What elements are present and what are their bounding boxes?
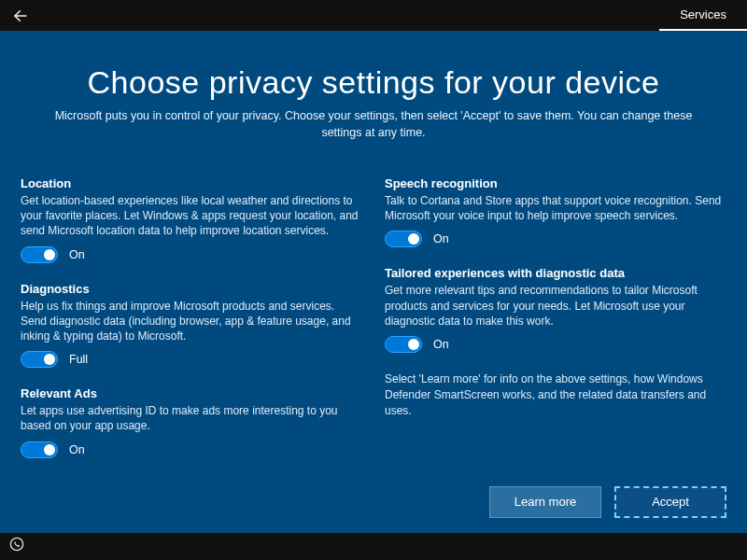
- content-area: Choose privacy settings for your device …: [0, 31, 747, 533]
- setting-speech-desc: Talk to Cortana and Store apps that supp…: [385, 193, 726, 223]
- setting-speech: Speech recognition Talk to Cortana and S…: [385, 176, 726, 247]
- setting-tailored-desc: Get more relevant tips and recommendatio…: [385, 283, 726, 329]
- toggle-speech-state: On: [433, 232, 449, 245]
- setting-relevant-ads-desc: Let apps use advertising ID to make ads …: [21, 403, 362, 433]
- setting-tailored: Tailored experiences with diagnostic dat…: [385, 266, 726, 353]
- toggle-relevant-ads[interactable]: [21, 441, 58, 458]
- setting-diagnostics: Diagnostics Help us fix things and impro…: [21, 282, 362, 369]
- setting-tailored-title: Tailored experiences with diagnostic dat…: [385, 266, 726, 280]
- setting-diagnostics-desc: Help us fix things and improve Microsoft…: [21, 299, 362, 344]
- accept-button[interactable]: Accept: [614, 486, 726, 518]
- settings-col-right: Speech recognition Talk to Cortana and S…: [385, 176, 726, 477]
- toggle-location[interactable]: [21, 246, 58, 263]
- setting-location: Location Get location-based experiences …: [21, 176, 362, 263]
- toggle-location-state: On: [69, 248, 85, 261]
- footer-buttons: Learn more Accept: [21, 477, 726, 533]
- toggle-diagnostics-state: Full: [69, 353, 88, 366]
- page-title: Choose privacy settings for your device: [21, 64, 726, 101]
- bottom-bar: [0, 533, 747, 560]
- toggle-diagnostics[interactable]: [21, 351, 58, 368]
- learn-more-button[interactable]: Learn more: [489, 486, 601, 518]
- back-button[interactable]: [0, 0, 41, 31]
- learn-more-note: Select 'Learn more' for info on the abov…: [385, 371, 726, 418]
- toggle-speech[interactable]: [385, 231, 422, 247]
- setting-location-desc: Get location-based experiences like loca…: [21, 193, 362, 239]
- settings-col-left: Location Get location-based experiences …: [21, 176, 362, 477]
- setting-location-title: Location: [21, 176, 362, 190]
- svg-point-1: [10, 539, 22, 551]
- page-subtitle: Microsoft puts you in control of your pr…: [37, 108, 710, 141]
- setting-relevant-ads: Relevant Ads Let apps use advertising ID…: [21, 386, 362, 457]
- settings-grid: Location Get location-based experiences …: [21, 176, 726, 477]
- toggle-relevant-ads-state: On: [69, 443, 85, 456]
- toggle-tailored-state: On: [433, 338, 449, 351]
- tab-services[interactable]: Services: [659, 0, 747, 31]
- arrow-left-icon: [12, 7, 29, 24]
- toggle-tailored[interactable]: [385, 336, 422, 353]
- setting-speech-title: Speech recognition: [385, 176, 726, 190]
- top-bar: Services: [0, 0, 747, 31]
- setting-relevant-ads-title: Relevant Ads: [21, 386, 362, 400]
- setting-diagnostics-title: Diagnostics: [21, 282, 362, 296]
- ease-of-access-icon[interactable]: [9, 537, 24, 555]
